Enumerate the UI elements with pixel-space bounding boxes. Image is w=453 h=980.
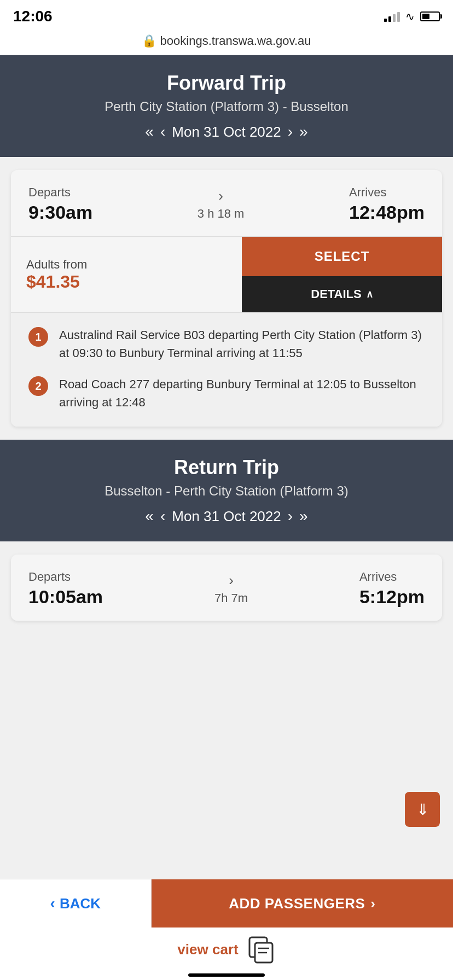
forward-trip-details: 1 Australind Rail Service B03 departing …: [11, 312, 442, 427]
return-trip-title: Return Trip: [22, 456, 431, 479]
cart-icon: [247, 935, 276, 964]
forward-details-button[interactable]: DETAILS ∧: [242, 276, 442, 312]
return-departs-time: 10:05am: [28, 586, 103, 608]
return-trip-route: Busselton - Perth City Station (Platform…: [22, 483, 431, 499]
forward-price-value: $41.35: [26, 272, 226, 292]
wifi-icon: ∿: [405, 10, 415, 23]
view-cart-label[interactable]: view cart: [177, 941, 238, 958]
return-date-text: Mon 31 Oct 2022: [172, 508, 281, 525]
forward-segment-2-text: Road Coach 277 departing Bunbury Termina…: [59, 375, 425, 411]
return-duration: 7h 7m: [214, 591, 248, 605]
return-trip-date-nav: « ‹ Mon 31 Oct 2022 › »: [22, 508, 431, 525]
forward-price-label: Adults from: [26, 258, 226, 272]
url-text: bookings.transwa.wa.gov.au: [160, 34, 311, 48]
back-arrow-icon: ‹: [50, 895, 55, 912]
forward-departs-time: 9:30am: [28, 202, 92, 223]
add-passengers-arrow-icon: ›: [370, 895, 375, 912]
lock-icon: 🔒: [142, 34, 160, 48]
status-icons: ∿: [384, 10, 440, 23]
forward-departs-block: Departs 9:30am: [28, 185, 92, 223]
home-indicator: [0, 969, 453, 980]
forward-arrives-block: Arrives 12:48pm: [349, 185, 425, 223]
forward-select-button[interactable]: SELECT: [242, 237, 442, 276]
return-arrives-label: Arrives: [359, 570, 425, 584]
forward-arrives-time: 12:48pm: [349, 202, 425, 223]
return-duration-arrow: ›: [229, 572, 234, 589]
forward-trip-title: Forward Trip: [22, 72, 431, 95]
forward-action-buttons: SELECT DETAILS ∧: [242, 237, 442, 312]
forward-arrives-label: Arrives: [349, 185, 425, 200]
return-date-prev2[interactable]: «: [145, 508, 154, 525]
forward-segment-2-number: 2: [28, 376, 48, 396]
forward-trip-card: Departs 9:30am › 3 h 18 m Arrives 12:48p…: [11, 170, 442, 427]
return-departs-block: Departs 10:05am: [28, 570, 103, 608]
return-date-prev1[interactable]: ‹: [160, 508, 165, 525]
return-duration-block: › 7h 7m: [214, 572, 248, 605]
return-arrives-block: Arrives 5:12pm: [359, 570, 425, 608]
status-bar: 12:06 ∿: [0, 0, 453, 30]
home-bar: [188, 973, 265, 977]
forward-date-prev2[interactable]: «: [145, 123, 154, 141]
forward-segment-1-text: Australind Rail Service B03 departing Pe…: [59, 326, 425, 362]
forward-segment-2: 2 Road Coach 277 departing Bunbury Termi…: [28, 375, 425, 411]
forward-date-text: Mon 31 Oct 2022: [172, 124, 281, 141]
view-cart-bar[interactable]: view cart: [0, 928, 453, 969]
return-date-next2[interactable]: »: [299, 508, 308, 525]
back-button[interactable]: ‹ BACK: [0, 879, 152, 928]
return-departs-label: Departs: [28, 570, 103, 584]
forward-segment-1-number: 1: [28, 327, 48, 347]
forward-trip-actions: Adults from $41.35 SELECT DETAILS ∧: [11, 237, 442, 312]
forward-trip-times: Departs 9:30am › 3 h 18 m Arrives 12:48p…: [11, 170, 442, 236]
forward-trip-header: Forward Trip Perth City Station (Platfor…: [0, 55, 453, 157]
return-trip-header: Return Trip Busselton - Perth City Stati…: [0, 440, 453, 541]
back-label: BACK: [60, 895, 101, 912]
add-passengers-label: ADD PASSENGERS: [229, 895, 365, 912]
forward-trip-date-nav: « ‹ Mon 31 Oct 2022 › »: [22, 123, 431, 141]
return-trip-card: Departs 10:05am › 7h 7m Arrives 5:12pm: [11, 555, 442, 621]
add-passengers-button[interactable]: ADD PASSENGERS ›: [152, 879, 453, 928]
bottom-navigation: ‹ BACK ADD PASSENGERS › view cart: [0, 879, 453, 980]
url-bar: 🔒 bookings.transwa.wa.gov.au: [0, 30, 453, 55]
return-date-next1[interactable]: ›: [288, 508, 293, 525]
forward-duration-block: › 3 h 18 m: [198, 188, 245, 221]
return-arrives-time: 5:12pm: [359, 586, 425, 608]
forward-duration: 3 h 18 m: [198, 207, 245, 221]
forward-price-block: Adults from $41.35: [11, 237, 242, 312]
forward-date-next1[interactable]: ›: [288, 123, 293, 141]
forward-segment-1: 1 Australind Rail Service B03 departing …: [28, 326, 425, 362]
forward-duration-arrow: ›: [218, 188, 223, 205]
forward-departs-label: Departs: [28, 185, 92, 200]
forward-trip-route: Perth City Station (Platform 3) - Bussel…: [22, 99, 431, 114]
scroll-down-icon: ⇓: [416, 801, 429, 819]
forward-date-prev1[interactable]: ‹: [160, 123, 165, 141]
battery-icon: [420, 11, 440, 21]
nav-buttons: ‹ BACK ADD PASSENGERS ›: [0, 879, 453, 928]
signal-icon: [384, 11, 400, 22]
scroll-down-button[interactable]: ⇓: [405, 792, 440, 827]
return-trip-times: Departs 10:05am › 7h 7m Arrives 5:12pm: [11, 555, 442, 621]
status-time: 12:06: [13, 8, 53, 25]
forward-date-next2[interactable]: »: [299, 123, 308, 141]
details-chevron-up-icon: ∧: [366, 288, 373, 300]
